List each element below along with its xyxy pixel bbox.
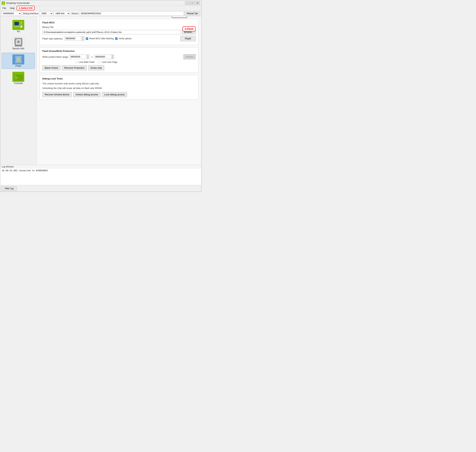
lock-main-flash-label[interactable]: Lock Main Flash bbox=[79, 61, 95, 63]
svg-point-9 bbox=[20, 22, 22, 24]
menu-help[interactable]: Help bbox=[8, 7, 16, 10]
svg-rect-8 bbox=[19, 26, 20, 27]
svg-rect-43 bbox=[14, 73, 23, 74]
close-button[interactable]: ✕ bbox=[195, 1, 200, 5]
reset-mcu-label[interactable]: Reset MCU after flashing bbox=[89, 37, 114, 40]
hide-log-button[interactable]: Hide Log bbox=[2, 186, 17, 191]
protect-start-up[interactable]: ▲ bbox=[86, 55, 89, 57]
kit-select[interactable]: 449050063 bbox=[1, 11, 21, 16]
main-area: ⚡ Kit bbox=[0, 17, 201, 165]
protect-end-spinbox: ▲ ▼ bbox=[94, 55, 114, 59]
svg-rect-17 bbox=[14, 41, 15, 42]
svg-rect-36 bbox=[21, 57, 22, 58]
verify-upload-label[interactable]: Verify upload bbox=[119, 37, 131, 40]
write-protect-row: Write protect flash range ▲ ▼ -> ▲ ▼ bbox=[42, 54, 196, 59]
sidebar-device-info-label: Device Info bbox=[13, 47, 24, 50]
protect-start-arrows: ▲ ▼ bbox=[86, 55, 89, 59]
menu-file[interactable]: File bbox=[1, 7, 8, 10]
lock-debug-button[interactable]: Lock debug access bbox=[102, 92, 127, 97]
svg-rect-23 bbox=[22, 42, 22, 43]
svg-point-27 bbox=[18, 41, 19, 43]
binary-file-input[interactable] bbox=[42, 30, 180, 34]
spinbox-up-button[interactable]: ▲ bbox=[81, 37, 84, 39]
flash-start-input[interactable] bbox=[65, 37, 81, 40]
flash-button[interactable]: Flash bbox=[180, 36, 196, 41]
debug-interface-select[interactable]: SWD bbox=[40, 11, 53, 16]
lock-main-flash-checkbox[interactable] bbox=[75, 61, 78, 63]
unlock-debug-button[interactable]: Unlock debug access bbox=[73, 92, 101, 97]
svg-point-28 bbox=[16, 40, 17, 40]
protect-end-input[interactable] bbox=[95, 55, 111, 59]
debug-info-line2: Unlocking the chip will erase all data o… bbox=[42, 86, 196, 90]
write-protect-label: Write protect flash range bbox=[42, 55, 68, 58]
device-info-svg bbox=[13, 38, 24, 47]
sidebar: ⚡ Kit bbox=[0, 17, 37, 165]
reload-tab-button[interactable]: Reload Tab bbox=[184, 11, 200, 16]
debug-lock-section: Debug Lock Tools The unlock function onl… bbox=[39, 75, 198, 100]
svg-rect-35 bbox=[15, 60, 15, 61]
flash-mcu-section: Flash MCU Binary File Browse... 2.Select… bbox=[39, 19, 198, 45]
debug-interface-label: Debug Interface bbox=[23, 12, 38, 15]
protect-end-down[interactable]: ▼ bbox=[111, 57, 114, 59]
lock-main-flash-row: Lock Main Flash bbox=[75, 61, 95, 63]
protect-start-down[interactable]: ▼ bbox=[86, 57, 89, 59]
annotation-firmware-bubble: 2.SelectFirmware bbox=[172, 17, 187, 18]
svg-rect-33 bbox=[15, 58, 15, 59]
svg-point-46 bbox=[17, 73, 17, 74]
protect-end-arrows: ▲ ▼ bbox=[111, 55, 114, 59]
reset-mcu-checkbox[interactable] bbox=[86, 37, 88, 40]
flash-start-row: Flash start address: ▲ ▼ Reset MCU after… bbox=[42, 36, 196, 41]
lock-user-page-checkbox[interactable] bbox=[98, 61, 101, 63]
sidebar-item-flash[interactable]: Flash bbox=[2, 53, 35, 69]
svg-rect-21 bbox=[22, 40, 22, 41]
svg-point-44 bbox=[14, 73, 15, 74]
minimize-button[interactable]: − bbox=[185, 1, 190, 5]
svg-rect-19 bbox=[14, 43, 15, 44]
sidebar-item-device-info[interactable]: Device Info bbox=[2, 36, 35, 51]
svg-rect-15 bbox=[14, 39, 15, 40]
spinbox-down-button[interactable]: ▼ bbox=[81, 39, 84, 40]
flash-mcu-title: Flash MCU bbox=[42, 21, 196, 24]
sidebar-kit-label: Kit bbox=[17, 30, 20, 33]
window-controls: − □ ✕ bbox=[185, 1, 200, 5]
sidebar-item-kit[interactable]: ⚡ Kit bbox=[2, 19, 35, 34]
blank-check-button[interactable]: Blank Check bbox=[42, 65, 60, 70]
recover-bricked-button[interactable]: Recover bricked device bbox=[42, 92, 72, 97]
svg-rect-38 bbox=[21, 59, 22, 60]
console-svg: >_ bbox=[13, 72, 24, 81]
remove-protection-button[interactable]: Remove Protection bbox=[62, 65, 87, 70]
debug-lock-title: Debug Lock Tools bbox=[42, 77, 196, 80]
menu-bar: File Help 1.Select Kit bbox=[0, 6, 201, 10]
svg-rect-32 bbox=[15, 57, 15, 58]
flash-btn-container: Flash 3.Flash ↓ bbox=[180, 36, 196, 41]
protect-start-input[interactable] bbox=[70, 55, 86, 59]
annotation-flash-text: 3.Flash bbox=[185, 27, 194, 30]
svg-rect-5 bbox=[14, 26, 15, 27]
binary-file-label: Binary File bbox=[42, 26, 53, 28]
flash-svg bbox=[13, 55, 24, 64]
log-entry: 16:50:32.603 Connected to 449050063 bbox=[2, 169, 48, 172]
annotation-flash-bubble: 3.Flash ↓ bbox=[183, 26, 196, 31]
annotation-select-kit: 1.Select Kit bbox=[17, 6, 35, 10]
protect-end-up[interactable]: ▲ bbox=[111, 55, 114, 57]
kit-icon: ⚡ bbox=[13, 20, 24, 30]
verify-upload-checkbox[interactable] bbox=[115, 37, 117, 40]
content-panel: Flash MCU Binary File Browse... 2.Select… bbox=[37, 17, 201, 165]
svg-rect-49 bbox=[14, 79, 17, 79]
svg-point-45 bbox=[15, 73, 16, 74]
maximize-button[interactable]: □ bbox=[190, 1, 195, 5]
svg-point-1 bbox=[3, 2, 4, 3]
kit-board-svg: ⚡ bbox=[13, 20, 24, 30]
protect-button[interactable]: Protect bbox=[183, 54, 196, 59]
svg-rect-39 bbox=[21, 60, 22, 61]
freq-select[interactable]: 1900 kHz bbox=[54, 11, 70, 16]
erase-chip-button[interactable]: Erase chip bbox=[88, 65, 104, 70]
app-icon bbox=[2, 1, 5, 5]
sidebar-item-console[interactable]: >_ Console bbox=[2, 70, 35, 86]
lock-user-page-label[interactable]: Lock User Page bbox=[102, 61, 117, 63]
device-input[interactable] bbox=[80, 11, 184, 16]
svg-rect-48 bbox=[14, 77, 18, 78]
log-footer: Hide Log bbox=[0, 185, 201, 192]
flash-erase-section: Flash Erase/Write Protection Write prote… bbox=[39, 47, 198, 73]
svg-rect-6 bbox=[15, 26, 17, 27]
